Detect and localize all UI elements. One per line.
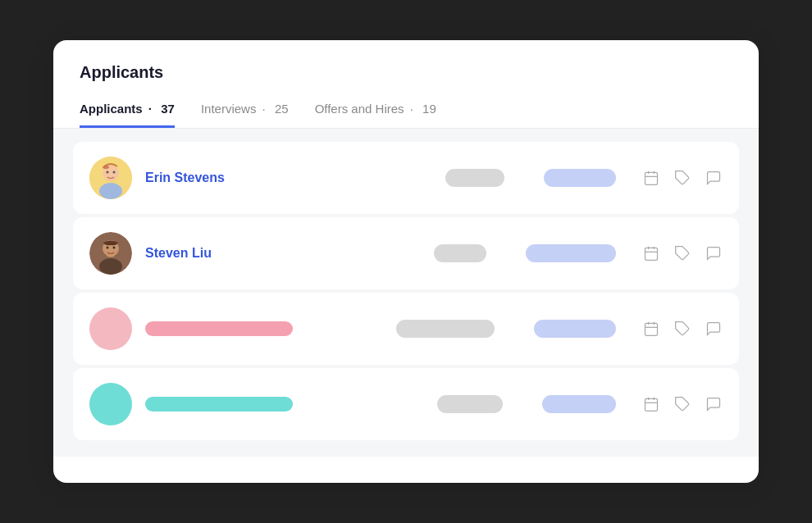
pill-gray (434, 244, 486, 262)
svg-rect-22 (645, 323, 658, 335)
tab-offers[interactable]: Offers and Hires · 19 (315, 102, 436, 128)
calendar-icon[interactable] (642, 169, 660, 187)
pill-blue (534, 320, 616, 338)
tabs-container: Applicants · 37 Interviews · 25 Offers a… (80, 102, 732, 128)
pill-blue (544, 169, 616, 187)
table-row (73, 293, 739, 365)
pill-gray (445, 169, 504, 187)
avatar (89, 232, 132, 275)
tab-interviews[interactable]: Interviews · 25 (201, 102, 289, 128)
table-row: Steven Liu (73, 217, 739, 289)
table-row: Erin Stevens (73, 142, 739, 214)
message-icon[interactable] (705, 244, 723, 262)
tag-icon[interactable] (673, 169, 691, 187)
card-header: Applicants Applicants · 37 Interviews · … (53, 40, 759, 129)
svg-point-5 (103, 166, 109, 169)
avatar (89, 157, 132, 199)
applicant-name: Steven Liu (145, 246, 276, 261)
pill-gray (396, 320, 495, 338)
svg-point-16 (107, 254, 115, 257)
applicant-name-bar (145, 397, 293, 412)
svg-point-14 (107, 247, 109, 249)
content-area: Erin Stevens (53, 129, 759, 457)
svg-rect-6 (645, 172, 658, 184)
tab-applicants[interactable]: Applicants · 37 (80, 102, 175, 128)
main-card: Applicants Applicants · 37 Interviews · … (53, 40, 759, 483)
table-row (73, 368, 739, 440)
svg-point-15 (113, 247, 116, 249)
page-title: Applicants (80, 63, 732, 82)
message-icon[interactable] (705, 320, 723, 338)
calendar-icon[interactable] (642, 395, 660, 413)
applicant-name: Erin Stevens (145, 171, 276, 185)
tag-icon[interactable] (673, 244, 691, 262)
pill-blue (526, 244, 616, 262)
message-icon[interactable] (705, 395, 723, 413)
message-icon[interactable] (705, 169, 723, 187)
svg-point-4 (113, 171, 116, 174)
row-actions (642, 395, 723, 413)
avatar (89, 307, 132, 350)
row-actions (642, 320, 723, 338)
pill-blue (542, 395, 616, 413)
row-actions (642, 244, 723, 262)
avatar (89, 383, 132, 425)
tag-icon[interactable] (673, 320, 691, 338)
svg-point-3 (107, 171, 109, 174)
applicant-name-bar (145, 321, 293, 336)
svg-rect-17 (645, 248, 658, 260)
calendar-icon[interactable] (642, 320, 660, 338)
svg-rect-27 (645, 398, 658, 411)
svg-point-13 (99, 258, 122, 275)
tag-icon[interactable] (673, 395, 691, 413)
row-actions (642, 169, 723, 187)
svg-point-2 (99, 183, 122, 199)
calendar-icon[interactable] (642, 244, 660, 262)
pill-gray (437, 395, 503, 413)
